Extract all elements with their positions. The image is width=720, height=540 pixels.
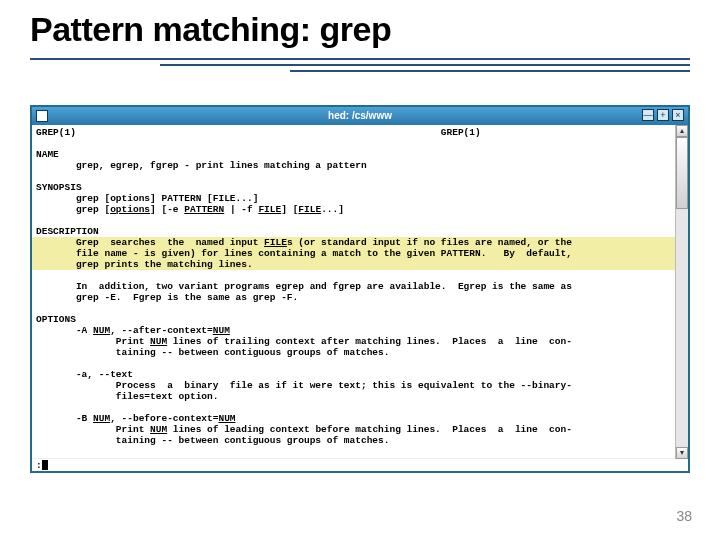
scroll-thumb[interactable] xyxy=(676,137,688,209)
terminal-window: hed: /cs/www — + × ▴ ▾ GREP(1) GREP(1) N… xyxy=(30,105,690,473)
maximize-button[interactable]: + xyxy=(657,109,669,121)
scrollbar[interactable]: ▴ ▾ xyxy=(675,125,688,459)
minimize-button[interactable]: — xyxy=(642,109,654,121)
pager-status: : xyxy=(32,458,688,471)
window-titlebar: hed: /cs/www — + × xyxy=(32,107,688,125)
slide-number: 38 xyxy=(676,508,692,524)
close-button[interactable]: × xyxy=(672,109,684,121)
scroll-up-button[interactable]: ▴ xyxy=(676,125,688,137)
slide-title: Pattern matching: grep xyxy=(30,10,391,49)
window-title: hed: /cs/www xyxy=(32,107,688,125)
cursor xyxy=(42,460,48,470)
manpage-content: GREP(1) GREP(1) NAME grep, egrep, fgrep … xyxy=(32,125,688,458)
title-underline xyxy=(30,58,690,76)
scroll-down-button[interactable]: ▾ xyxy=(676,447,688,459)
